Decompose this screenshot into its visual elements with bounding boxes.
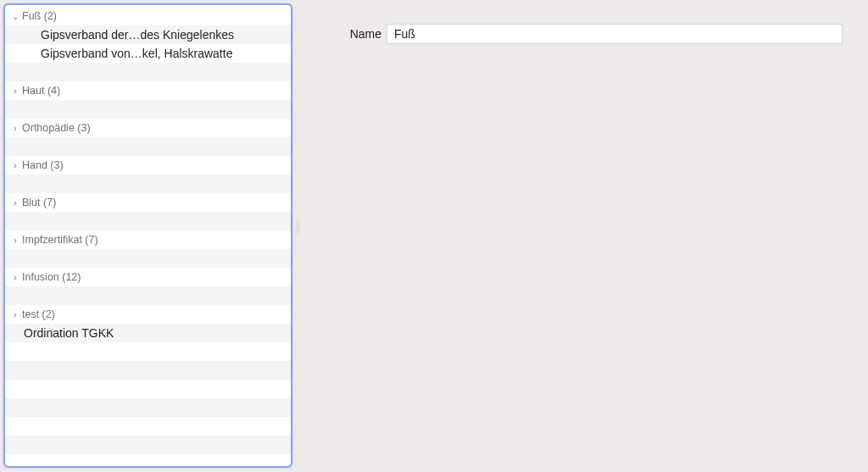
tree-group-blut[interactable]: › Blut (7) <box>5 193 291 212</box>
chevron-right-icon: › <box>10 124 20 133</box>
app-root: ⌄ Fuß (2) Gipsverband der…des Kniegelenk… <box>0 0 868 472</box>
splitter-handle[interactable] <box>297 0 300 472</box>
chevron-right-icon: › <box>10 198 20 208</box>
tree-group-haut[interactable]: › Haut (4) <box>5 81 291 100</box>
tree-group-impfzertifikat[interactable]: › Impfzertifikat (7) <box>5 230 291 249</box>
chevron-right-icon: › <box>10 86 20 96</box>
tree-item[interactable]: Gipsverband der…des Kniegelenkes <box>5 25 291 44</box>
empty-row <box>5 417 291 436</box>
detail-panel: Name <box>300 0 868 472</box>
chevron-right-icon: › <box>10 161 20 170</box>
spacer <box>5 286 291 305</box>
tree-group-label: Infusion (12) <box>22 271 81 283</box>
tree-group-label: Blut (7) <box>22 197 56 208</box>
empty-row <box>5 361 291 380</box>
tree-group-label: Impfzertifikat (7) <box>22 234 98 246</box>
chevron-down-icon: ⌄ <box>10 12 20 21</box>
tree-group-hand[interactable]: › Hand (3) <box>5 156 291 175</box>
spacer <box>5 249 291 268</box>
tree-group-label: Haut (4) <box>22 85 60 97</box>
chevron-right-icon: › <box>10 236 20 245</box>
sidebar-tree[interactable]: ⌄ Fuß (2) Gipsverband der…des Kniegelenk… <box>3 3 292 468</box>
tree-group-fuss[interactable]: ⌄ Fuß (2) <box>5 7 291 25</box>
name-label: Name <box>342 27 387 41</box>
name-input[interactable] <box>387 24 843 44</box>
tree-group-fuss-children: Gipsverband der…des Kniegelenkes Gipsver… <box>5 25 291 63</box>
spacer <box>5 100 291 119</box>
chevron-right-icon: › <box>10 310 20 319</box>
spacer <box>5 63 291 81</box>
tree-group-orthopaedie[interactable]: › Orthopädie (3) <box>5 119 291 137</box>
empty-row <box>5 380 291 398</box>
tree-group-infusion[interactable]: › Infusion (12) <box>5 268 291 286</box>
name-field-row: Name <box>342 24 843 44</box>
empty-row <box>5 398 291 417</box>
tree-group-label: Hand (3) <box>22 159 64 171</box>
tree-group-label: Orthopädie (3) <box>22 122 91 134</box>
chevron-right-icon: › <box>10 273 20 282</box>
empty-row <box>5 436 291 454</box>
tree-item-ordination-tgkk[interactable]: Ordination TGKK <box>5 324 291 342</box>
tree-group-label: Fuß (2) <box>22 10 57 22</box>
tree-item[interactable]: Gipsverband von…kel, Halskrawatte <box>5 44 291 63</box>
tree-group-label: test (2) <box>22 308 55 320</box>
empty-row <box>5 342 291 361</box>
spacer <box>5 212 291 230</box>
sidebar-container: ⌄ Fuß (2) Gipsverband der…des Kniegelenk… <box>0 0 297 472</box>
spacer <box>5 137 291 156</box>
tree-group-test[interactable]: › test (2) <box>5 305 291 324</box>
spacer <box>5 175 291 193</box>
tree: ⌄ Fuß (2) Gipsverband der…des Kniegelenk… <box>5 5 291 454</box>
